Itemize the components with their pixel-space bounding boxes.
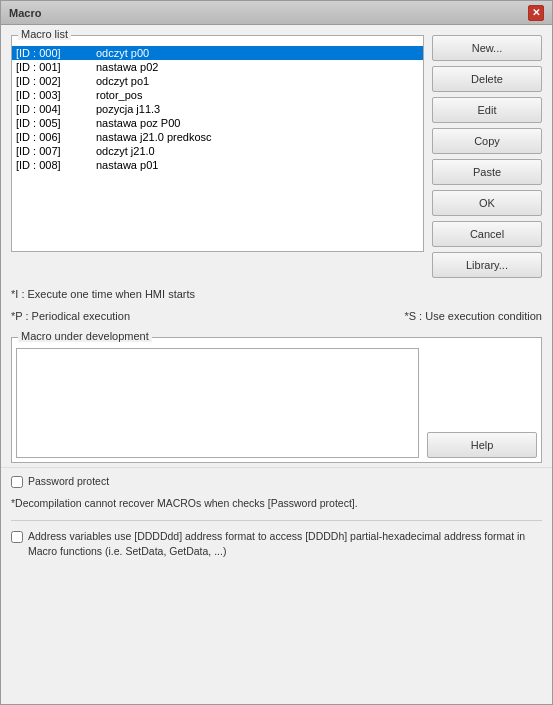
macro-list-item[interactable]: [ID : 003]rotor_pos bbox=[12, 88, 423, 102]
macro-item-name: nastawa p02 bbox=[96, 61, 158, 73]
address-row: Address variables use [DDDDdd] address f… bbox=[11, 529, 542, 561]
main-body: Macro list [ID : 000]odczyt p00[ID : 001… bbox=[1, 25, 552, 704]
title-bar: Macro ✕ bbox=[1, 1, 552, 25]
window-title: Macro bbox=[9, 7, 41, 19]
macro-list-item[interactable]: [ID : 002]odczyt po1 bbox=[12, 74, 423, 88]
macro-item-name: odczyt po1 bbox=[96, 75, 149, 87]
macro-item-id: [ID : 005] bbox=[16, 117, 96, 129]
address-label: Address variables use [DDDDdd] address f… bbox=[28, 529, 542, 561]
macro-item-id: [ID : 004] bbox=[16, 103, 96, 115]
new-button[interactable]: New... bbox=[432, 35, 542, 61]
macro-item-id: [ID : 007] bbox=[16, 145, 96, 157]
password-row: Password protect bbox=[11, 474, 542, 490]
left-area: Macro list [ID : 000]odczyt p00[ID : 001… bbox=[11, 35, 424, 278]
macro-list-item[interactable]: [ID : 007]odczyt j21.0 bbox=[12, 144, 423, 158]
macro-item-id: [ID : 001] bbox=[16, 61, 96, 73]
window: Macro ✕ Macro list [ID : 000]odczyt p00[… bbox=[0, 0, 553, 705]
macro-list-item[interactable]: [ID : 005]nastawa poz P00 bbox=[12, 116, 423, 130]
edit-button[interactable]: Edit bbox=[432, 97, 542, 123]
copy-button[interactable]: Copy bbox=[432, 128, 542, 154]
dev-group: Macro under development Help bbox=[11, 337, 542, 463]
macro-list-label: Macro list bbox=[18, 28, 71, 40]
macro-item-name: odczyt p00 bbox=[96, 47, 149, 59]
macro-item-id: [ID : 006] bbox=[16, 131, 96, 143]
divider bbox=[11, 520, 542, 521]
macro-list-item[interactable]: [ID : 004]pozycja j11.3 bbox=[12, 102, 423, 116]
macro-item-name: odczyt j21.0 bbox=[96, 145, 155, 157]
info-section: *I : Execute one time when HMI starts *P… bbox=[1, 278, 552, 333]
macro-item-name: nastawa j21.0 predkosc bbox=[96, 131, 212, 143]
address-checkbox[interactable] bbox=[11, 531, 23, 543]
macro-item-name: rotor_pos bbox=[96, 89, 142, 101]
macro-item-id: [ID : 008] bbox=[16, 159, 96, 171]
dev-inner: Help bbox=[16, 348, 537, 458]
macro-list-item[interactable]: [ID : 001]nastawa p02 bbox=[12, 60, 423, 74]
info-line2: *P : Periodical execution *S : Use execu… bbox=[11, 306, 542, 328]
button-panel: New... Delete Edit Copy Paste OK Cancel … bbox=[432, 35, 542, 278]
info-line2-left: *P : Periodical execution bbox=[11, 306, 130, 328]
top-content: Macro list [ID : 000]odczyt p00[ID : 001… bbox=[1, 25, 552, 278]
macro-item-name: nastawa p01 bbox=[96, 159, 158, 171]
macro-list-group: Macro list [ID : 000]odczyt p00[ID : 001… bbox=[11, 35, 424, 252]
macro-item-id: [ID : 002] bbox=[16, 75, 96, 87]
note1: *Decompilation cannot recover MACROs whe… bbox=[11, 496, 542, 512]
info-line2-right: *S : Use execution condition bbox=[404, 306, 542, 328]
macro-list-item[interactable]: [ID : 008]nastawa p01 bbox=[12, 158, 423, 172]
library-button[interactable]: Library... bbox=[432, 252, 542, 278]
close-button[interactable]: ✕ bbox=[528, 5, 544, 21]
cancel-button[interactable]: Cancel bbox=[432, 221, 542, 247]
macro-item-id: [ID : 003] bbox=[16, 89, 96, 101]
dev-section: Macro under development Help bbox=[1, 333, 552, 467]
macro-list-item[interactable]: [ID : 000]odczyt p00 bbox=[12, 46, 423, 60]
delete-button[interactable]: Delete bbox=[432, 66, 542, 92]
help-button[interactable]: Help bbox=[427, 432, 537, 458]
macro-item-name: nastawa poz P00 bbox=[96, 117, 180, 129]
password-label: Password protect bbox=[28, 474, 109, 490]
ok-button[interactable]: OK bbox=[432, 190, 542, 216]
dev-help-area: Help bbox=[427, 348, 537, 458]
dev-label: Macro under development bbox=[18, 330, 152, 342]
paste-button[interactable]: Paste bbox=[432, 159, 542, 185]
macro-list-item[interactable]: [ID : 006]nastawa j21.0 predkosc bbox=[12, 130, 423, 144]
dev-textarea[interactable] bbox=[16, 348, 419, 458]
macro-list[interactable]: [ID : 000]odczyt p00[ID : 001]nastawa p0… bbox=[12, 46, 423, 251]
macro-item-name: pozycja j11.3 bbox=[96, 103, 160, 115]
bottom-section: Password protect *Decompilation cannot r… bbox=[1, 467, 552, 570]
info-line1: *I : Execute one time when HMI starts bbox=[11, 284, 542, 306]
macro-item-id: [ID : 000] bbox=[16, 47, 96, 59]
password-checkbox[interactable] bbox=[11, 476, 23, 488]
